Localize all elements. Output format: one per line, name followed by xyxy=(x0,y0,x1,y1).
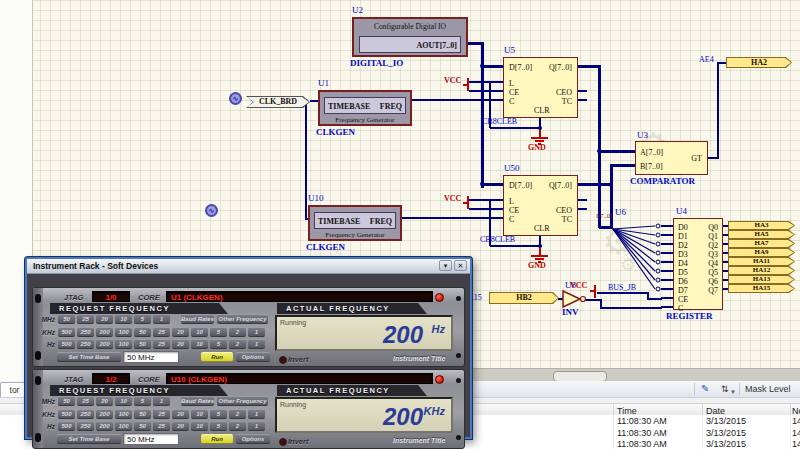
freq-button-10[interactable]: 10 xyxy=(191,421,208,431)
freq-button-200[interactable]: 200 xyxy=(96,327,113,337)
mask-level-control[interactable]: Mask Level xyxy=(745,384,791,394)
freq-button-100[interactable]: 100 xyxy=(115,339,132,349)
freq-button-200[interactable]: 200 xyxy=(96,421,113,431)
invert-led[interactable] xyxy=(279,356,287,364)
freq-button-50[interactable]: 50 xyxy=(134,409,151,419)
freq-button-2[interactable]: 2 xyxy=(229,409,246,419)
freq-button-25[interactable]: 25 xyxy=(153,409,170,419)
freq-button-25[interactable]: 25 xyxy=(77,396,94,406)
probe-icon[interactable]: ∿ xyxy=(229,92,242,105)
freq-button-1[interactable]: 1 xyxy=(248,421,265,431)
u1-clkgen-block[interactable]: TIMEBASE FREQ Frequency Generator xyxy=(318,90,412,126)
net-label-ae4[interactable]: AE4 xyxy=(699,56,714,64)
freq-button-250[interactable]: 250 xyxy=(77,339,94,349)
freq-button-5[interactable]: 5 xyxy=(210,327,227,337)
freq-button-2[interactable]: 2 xyxy=(229,421,246,431)
freq-button-1[interactable]: 1 xyxy=(153,314,170,324)
collapse-button[interactable]: ▾ xyxy=(439,260,452,271)
net-label-cb8cleb[interactable]: CB8CLEB xyxy=(482,118,517,126)
run-button[interactable]: Run xyxy=(201,352,233,362)
u3-comparator-block[interactable]: A[7..0] B[7..0] GT xyxy=(635,141,708,175)
port-ha13[interactable]: HA13 xyxy=(728,275,795,284)
freq-button-200[interactable]: 200 xyxy=(96,339,113,349)
port-clk-brd[interactable]: CLK_BRD xyxy=(246,96,310,108)
other-frequency-button[interactable]: Other Frequency xyxy=(217,314,268,324)
port-ha5[interactable]: HA5 xyxy=(728,230,795,239)
rack-handle[interactable] xyxy=(33,370,43,448)
freq-button-250[interactable]: 250 xyxy=(77,327,94,337)
net-label-cb8cleb[interactable]: CB8CLEB xyxy=(480,236,515,244)
port-ha12[interactable]: HA12 xyxy=(728,266,795,275)
u10-clkgen-block[interactable]: TIMEBASE FREQ Frequency Generator xyxy=(308,205,402,241)
freq-button-2[interactable]: 2 xyxy=(229,327,246,337)
freq-button-200[interactable]: 200 xyxy=(96,409,113,419)
port-ha11[interactable]: HA11 xyxy=(728,257,795,266)
freq-button-20[interactable]: 20 xyxy=(172,339,189,349)
freq-button-500[interactable]: 500 xyxy=(58,339,75,349)
freq-button-5[interactable]: 5 xyxy=(210,409,227,419)
freq-button-25[interactable]: 25 xyxy=(153,339,170,349)
freq-button-20[interactable]: 20 xyxy=(96,396,113,406)
freq-button-100[interactable]: 100 xyxy=(115,409,132,419)
other-frequency-button[interactable]: Other Frequency xyxy=(217,396,268,406)
u5-counter-block[interactable]: D[7..0] Q[7..0] L CE C CEO TC CLR xyxy=(503,57,578,118)
freq-button-250[interactable]: 250 xyxy=(77,409,94,419)
filter-icon[interactable]: ▼ xyxy=(730,386,736,398)
freq-button-25[interactable]: 25 xyxy=(153,421,170,431)
u4-register-block[interactable]: D0D1D2D3D4D5D6D7CECQ0Q1Q2Q3Q4Q5Q6Q7 xyxy=(673,218,723,310)
freq-button-250[interactable]: 250 xyxy=(77,421,94,431)
freq-button-5[interactable]: 5 xyxy=(210,339,227,349)
rack-handle[interactable] xyxy=(33,288,43,366)
port-ha15[interactable]: HA15 xyxy=(728,284,795,293)
inverter-symbol[interactable] xyxy=(560,289,590,309)
port-ha2[interactable]: HA2 xyxy=(726,57,792,68)
freq-button-1[interactable]: 1 xyxy=(248,339,265,349)
run-button[interactable]: Run xyxy=(201,434,233,444)
freq-button-25[interactable]: 25 xyxy=(77,314,94,324)
freq-button-50[interactable]: 50 xyxy=(134,327,151,337)
sort-icon[interactable]: ⇅ xyxy=(721,383,729,395)
freq-button-5[interactable]: 5 xyxy=(210,421,227,431)
port-hb2[interactable]: HB2 xyxy=(489,292,559,304)
port-ha9[interactable]: HA9 xyxy=(728,248,795,257)
baud-rates-button[interactable]: Baud Rates xyxy=(181,396,214,406)
freq-button-50[interactable]: 50 xyxy=(134,339,151,349)
time-base-input[interactable]: 50 MHz xyxy=(123,433,179,445)
port-ha7[interactable]: HA7 xyxy=(728,239,795,248)
freq-button-5[interactable]: 5 xyxy=(134,396,151,406)
u2-digital-io-block[interactable]: Configurable Digital IO AOUT[7..0] xyxy=(352,17,468,57)
freq-button-1[interactable]: 1 xyxy=(153,396,170,406)
net-label-bus-jb[interactable]: BUS_JB xyxy=(608,284,636,292)
freq-button-20[interactable]: 20 xyxy=(96,314,113,324)
freq-button-100[interactable]: 100 xyxy=(115,421,132,431)
window-titlebar[interactable]: Instrument Rack - Soft Devices ▾ ✕ xyxy=(27,259,470,274)
time-base-input[interactable]: 50 MHz xyxy=(123,351,179,363)
freq-button-100[interactable]: 100 xyxy=(115,327,132,337)
freq-button-50[interactable]: 50 xyxy=(58,314,75,324)
freq-button-500[interactable]: 500 xyxy=(58,409,75,419)
freq-button-10[interactable]: 10 xyxy=(191,409,208,419)
freq-button-20[interactable]: 20 xyxy=(172,327,189,337)
invert-led[interactable] xyxy=(279,438,287,446)
baud-rates-button[interactable]: Baud Rates xyxy=(181,314,214,324)
options-button[interactable]: Options xyxy=(236,352,270,362)
pencil-icon[interactable]: ✎ xyxy=(701,383,709,395)
freq-button-50[interactable]: 50 xyxy=(58,396,75,406)
freq-button-1[interactable]: 1 xyxy=(248,327,265,337)
set-time-base-button[interactable]: Set Time Base xyxy=(57,352,121,362)
freq-button-10[interactable]: 10 xyxy=(115,314,132,324)
u50-counter-block[interactable]: D[7..0] Q[7..0] L CE C CEO TC CLR xyxy=(503,175,578,236)
set-time-base-button[interactable]: Set Time Base xyxy=(57,434,121,444)
freq-button-20[interactable]: 20 xyxy=(172,421,189,431)
freq-button-1[interactable]: 1 xyxy=(248,409,265,419)
freq-button-20[interactable]: 20 xyxy=(172,409,189,419)
freq-button-10[interactable]: 10 xyxy=(191,327,208,337)
freq-button-2[interactable]: 2 xyxy=(229,339,246,349)
freq-button-5[interactable]: 5 xyxy=(134,314,151,324)
options-button[interactable]: Options xyxy=(236,434,270,444)
freq-button-10[interactable]: 10 xyxy=(115,396,132,406)
freq-button-25[interactable]: 25 xyxy=(153,327,170,337)
freq-button-50[interactable]: 50 xyxy=(134,421,151,431)
probe-icon[interactable]: ∿ xyxy=(205,204,218,217)
port-ha3[interactable]: HA3 xyxy=(728,221,795,230)
